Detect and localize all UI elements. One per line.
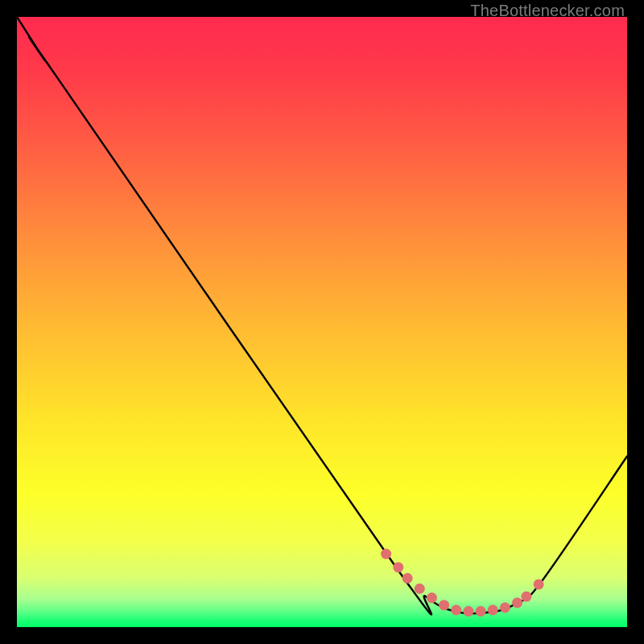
highlight-dot: [393, 562, 403, 572]
highlight-dot: [427, 592, 437, 603]
highlight-dot: [521, 592, 531, 602]
highlight-dot: [381, 549, 391, 559]
highlight-dot: [512, 597, 522, 608]
highlight-dot: [439, 600, 449, 610]
attribution-text: TheBottlenecker.com: [470, 2, 625, 20]
chart-svg: [17, 17, 627, 627]
highlight-dot: [451, 605, 461, 615]
gradient-background: [17, 17, 627, 627]
highlight-dot: [463, 606, 473, 617]
highlight-dot: [500, 602, 510, 613]
highlight-dot: [476, 606, 486, 617]
highlight-dot: [402, 573, 413, 584]
highlight-dot: [534, 579, 544, 589]
highlight-dot: [415, 584, 425, 594]
highlight-dot: [488, 605, 498, 615]
